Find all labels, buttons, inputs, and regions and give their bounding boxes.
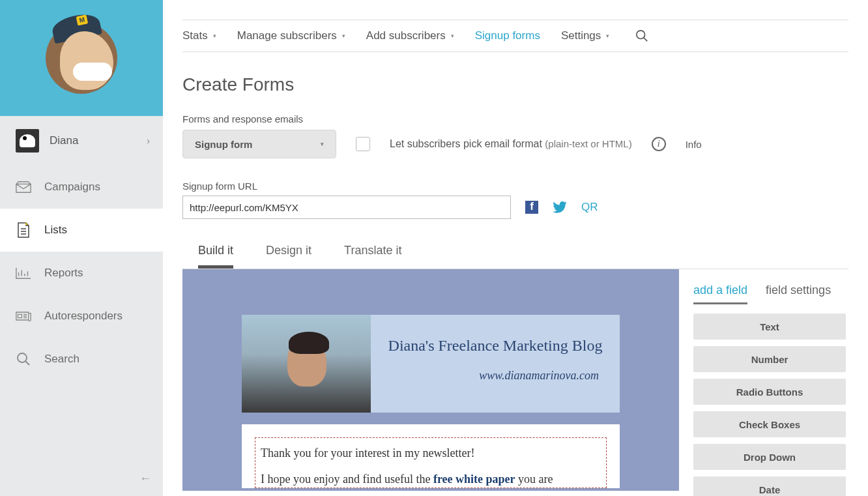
logo[interactable] — [0, 0, 163, 116]
sidebar-item-lists[interactable]: Lists — [0, 209, 163, 252]
form-type-dropdown[interactable]: Signup form ▾ — [182, 130, 336, 158]
search-icon — [16, 352, 31, 366]
qr-link[interactable]: QR — [581, 201, 598, 214]
search-icon[interactable] — [635, 29, 648, 42]
sidebar-item-autoresponders[interactable]: Autoresponders — [0, 295, 163, 338]
sidebar-item-label: Lists — [44, 224, 67, 237]
field-date-button[interactable]: Date — [693, 476, 846, 496]
tab-manage-subscribers[interactable]: Manage subscribers▾ — [237, 29, 345, 42]
sidebar-item-label: Search — [44, 353, 80, 366]
account-menu[interactable]: Diana › — [0, 116, 163, 166]
sidebar-item-label: Autoresponders — [44, 310, 123, 323]
sidebar-nav: Campaigns Lists Reports Autoresponders — [0, 166, 163, 381]
chevron-down-icon: ▾ — [321, 141, 324, 147]
field-checkboxes-button[interactable]: Check Boxes — [693, 411, 846, 437]
field-radio-button[interactable]: Radio Buttons — [693, 379, 846, 405]
sidebar-item-search[interactable]: Search — [0, 338, 163, 381]
document-icon — [16, 223, 31, 237]
section-label: Forms and response emails — [182, 113, 848, 124]
top-nav: Stats▾ Manage subscribers▾ Add subscribe… — [182, 20, 848, 52]
subtab-design[interactable]: Design it — [266, 244, 311, 269]
form-header-banner[interactable]: Diana's Freelance Marketing Blog www.dia… — [242, 315, 620, 413]
signup-url-input[interactable] — [182, 196, 511, 219]
blog-title: Diana's Freelance Marketing Blog — [384, 337, 607, 355]
url-label: Signup form URL — [182, 181, 848, 192]
subtab-build[interactable]: Build it — [198, 244, 233, 269]
panel-tab-field-settings[interactable]: field settings — [766, 284, 831, 304]
field-number-button[interactable]: Number — [693, 346, 846, 372]
sidebar-item-campaigns[interactable]: Campaigns — [0, 166, 163, 209]
form-canvas[interactable]: Diana's Freelance Marketing Blog www.dia… — [182, 269, 679, 491]
sidebar-item-label: Campaigns — [44, 181, 100, 194]
page-title: Create Forms — [182, 74, 848, 95]
builder-tabs: Build it Design it Translate it — [182, 244, 848, 269]
sidebar: Diana › Campaigns Lists Reports — [0, 0, 163, 496]
svg-point-1 — [637, 31, 645, 39]
subtab-translate[interactable]: Translate it — [344, 244, 401, 269]
chevron-down-icon: ▾ — [451, 33, 454, 39]
checkbox-label: Let subscribers pick email format (plain… — [390, 138, 632, 150]
header-photo — [242, 315, 371, 413]
sidebar-item-label: Reports — [44, 267, 83, 280]
field-panel: add a field field settings Text Number R… — [679, 269, 848, 496]
svg-point-0 — [18, 353, 27, 362]
twitter-icon[interactable] — [553, 201, 567, 213]
mailchimp-logo-icon — [46, 22, 117, 94]
field-text-button[interactable]: Text — [693, 314, 846, 340]
tab-signup-forms[interactable]: Signup forms — [475, 29, 540, 42]
field-dropdown-button[interactable]: Drop Down — [693, 444, 846, 470]
sidebar-item-reports[interactable]: Reports — [0, 252, 163, 295]
info-icon[interactable]: i — [652, 137, 666, 151]
chevron-down-icon: ▾ — [342, 33, 345, 39]
tab-settings[interactable]: Settings▾ — [561, 29, 609, 42]
envelope-icon — [16, 180, 31, 194]
form-content-card[interactable]: Thank you for your interest in my newsle… — [242, 424, 620, 488]
email-format-checkbox[interactable] — [356, 137, 370, 151]
account-name: Diana — [50, 134, 78, 147]
tab-add-subscribers[interactable]: Add subscribers▾ — [366, 29, 454, 42]
newspaper-icon — [16, 309, 31, 323]
blog-url: www.dianamarinova.com — [384, 369, 607, 383]
panel-tab-add-field[interactable]: add a field — [693, 284, 747, 304]
info-label: Info — [686, 139, 702, 150]
facebook-icon[interactable]: f — [525, 201, 538, 214]
chevron-down-icon: ▾ — [606, 33, 609, 39]
chevron-right-icon: › — [147, 136, 150, 146]
tab-stats[interactable]: Stats▾ — [182, 29, 216, 42]
avatar — [16, 129, 39, 153]
bar-chart-icon — [16, 266, 31, 280]
form-text-block[interactable]: Thank you for your interest in my newsle… — [255, 437, 607, 488]
collapse-sidebar-icon[interactable]: ← — [139, 472, 151, 486]
main-content: Stats▾ Manage subscribers▾ Add subscribe… — [163, 0, 868, 496]
chevron-down-icon: ▾ — [213, 33, 216, 39]
